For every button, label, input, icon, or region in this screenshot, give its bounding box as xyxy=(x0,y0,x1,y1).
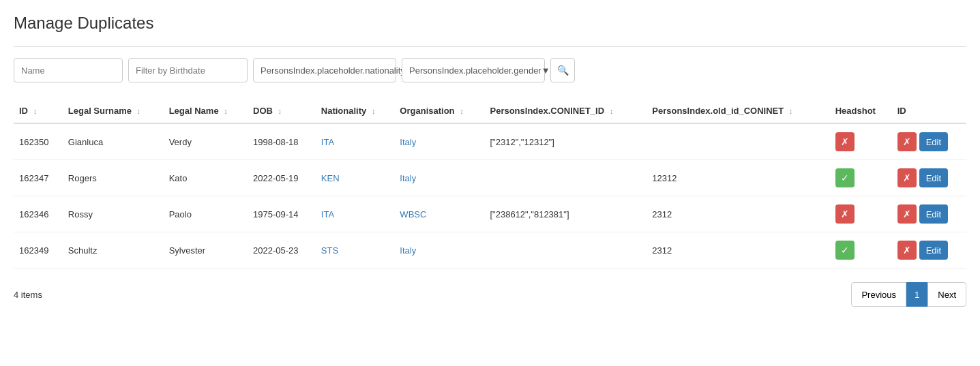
id-x-button[interactable]: ✗ xyxy=(897,168,917,187)
id-x-button[interactable]: ✗ xyxy=(897,204,917,224)
cell-id: 162350 xyxy=(14,123,63,160)
cell-organisation: Italy xyxy=(394,123,484,160)
search-button[interactable]: 🔍 xyxy=(550,58,575,82)
cell-coninet-id: ["238612","812381"] xyxy=(484,196,647,232)
nationality-link[interactable]: ITA xyxy=(321,137,334,147)
cell-dob: 2022-05-23 xyxy=(248,232,316,269)
edit-button[interactable]: Edit xyxy=(919,241,948,260)
next-button[interactable]: Next xyxy=(927,282,966,307)
gender-select[interactable]: PersonsIndex.placeholder.gender ▼ xyxy=(402,58,545,82)
cell-legal-surname: Schultz xyxy=(63,232,164,269)
current-page: 1 xyxy=(906,282,927,307)
sort-icon: ↕ xyxy=(460,107,464,115)
table-row: 162347 Rogers Kato 2022-05-19 KEN Italy … xyxy=(14,160,966,196)
sort-icon: ↕ xyxy=(372,107,376,115)
organisation-link[interactable]: Italy xyxy=(400,137,416,147)
cell-headshot-action: ✗ xyxy=(830,196,892,232)
table-row: 162350 Gianluca Verdy 1998-08-18 ITA Ita… xyxy=(14,123,966,160)
col-nationality: Nationality ↕ xyxy=(316,99,395,123)
cell-old-id-coninet xyxy=(647,123,829,160)
organisation-link[interactable]: Italy xyxy=(400,173,416,183)
previous-button[interactable]: Previous xyxy=(851,282,906,307)
sort-icon: ↕ xyxy=(33,107,38,115)
cell-id-action: ✗ Edit xyxy=(892,196,966,232)
items-count: 4 items xyxy=(14,290,42,300)
cell-organisation: Italy xyxy=(394,232,484,269)
cell-legal-name: Sylvester xyxy=(164,232,248,269)
cell-legal-name: Verdy xyxy=(164,123,248,160)
col-dob: DOB ↕ xyxy=(248,99,316,123)
edit-button[interactable]: Edit xyxy=(919,204,948,224)
organisation-link[interactable]: WBSC xyxy=(400,209,426,219)
table-header-row: ID ↕ Legal Surname ↕ Legal Name ↕ DOB ↕ … xyxy=(14,99,966,123)
pagination: Previous 1 Next xyxy=(851,282,966,307)
nationality-select[interactable]: PersonsIndex.placeholder.nationality ▼ xyxy=(253,58,396,82)
cell-coninet-id xyxy=(484,160,647,196)
cell-coninet-id xyxy=(484,232,647,269)
col-headshot: Headshot xyxy=(830,99,892,123)
col-coninet-id: PersonsIndex.CONINET_ID ↕ xyxy=(484,99,647,123)
cell-id-action: ✗ Edit xyxy=(892,232,966,269)
col-legal-name: Legal Name ↕ xyxy=(164,99,248,123)
cell-id-action: ✗ Edit xyxy=(892,160,966,196)
cell-legal-name: Paolo xyxy=(164,196,248,232)
headshot-check-button[interactable]: ✓ xyxy=(835,168,855,187)
sort-icon: ↕ xyxy=(610,107,614,115)
cell-nationality: STS xyxy=(316,232,395,269)
cell-id: 162347 xyxy=(14,160,63,196)
nationality-link[interactable]: STS xyxy=(321,245,338,256)
sort-icon: ↕ xyxy=(224,107,228,115)
headshot-x-button[interactable]: ✗ xyxy=(835,204,855,224)
table-row: 162349 Schultz Sylvester 2022-05-23 STS … xyxy=(14,232,966,269)
cell-dob: 2022-05-19 xyxy=(248,160,316,196)
headshot-x-button[interactable]: ✗ xyxy=(835,132,855,151)
organisation-link[interactable]: Italy xyxy=(400,245,416,256)
cell-dob: 1975-09-14 xyxy=(248,196,316,232)
cell-headshot-action: ✓ xyxy=(830,160,892,196)
cell-id-action: ✗ Edit xyxy=(892,123,966,160)
duplicates-table: ID ↕ Legal Surname ↕ Legal Name ↕ DOB ↕ … xyxy=(14,99,966,269)
cell-nationality: KEN xyxy=(316,160,395,196)
headshot-check-button[interactable]: ✓ xyxy=(835,241,855,260)
cell-organisation: WBSC xyxy=(394,196,484,232)
gender-placeholder: PersonsIndex.placeholder.gender xyxy=(409,65,541,76)
cell-headshot-action: ✗ xyxy=(830,123,892,160)
sort-icon: ↕ xyxy=(789,107,793,115)
table-row: 162346 Rossy Paolo 1975-09-14 ITA WBSC [… xyxy=(14,196,966,232)
col-id2: ID xyxy=(892,99,966,123)
birthdate-input[interactable] xyxy=(128,58,248,82)
edit-button[interactable]: Edit xyxy=(919,132,948,151)
cell-legal-surname: Gianluca xyxy=(63,123,164,160)
cell-id: 162346 xyxy=(14,196,63,232)
cell-organisation: Italy xyxy=(394,160,484,196)
cell-old-id-coninet: 12312 xyxy=(647,160,829,196)
col-organisation: Organisation ↕ xyxy=(394,99,484,123)
cell-nationality: ITA xyxy=(316,123,395,160)
id-x-button[interactable]: ✗ xyxy=(897,241,917,260)
cell-nationality: ITA xyxy=(316,196,395,232)
cell-id: 162349 xyxy=(14,232,63,269)
cell-legal-surname: Rogers xyxy=(63,160,164,196)
sort-icon: ↕ xyxy=(137,107,141,115)
id-x-button[interactable]: ✗ xyxy=(897,132,917,151)
col-legal-surname: Legal Surname ↕ xyxy=(63,99,164,123)
chevron-down-icon: ▼ xyxy=(541,65,550,76)
cell-old-id-coninet: 2312 xyxy=(647,232,829,269)
nationality-link[interactable]: KEN xyxy=(321,173,340,183)
cell-headshot-action: ✓ xyxy=(830,232,892,269)
cell-legal-name: Kato xyxy=(164,160,248,196)
nationality-placeholder: PersonsIndex.placeholder.nationality xyxy=(261,65,405,76)
nationality-link[interactable]: ITA xyxy=(321,209,334,219)
filter-bar: PersonsIndex.placeholder.nationality ▼ P… xyxy=(14,58,966,82)
cell-coninet-id: ["2312","12312"] xyxy=(484,123,647,160)
search-icon: 🔍 xyxy=(557,65,569,76)
divider xyxy=(14,46,966,47)
col-old-id-coninet: PersonsIndex.old_id_CONINET ↕ xyxy=(647,99,829,123)
page-title: Manage Duplicates xyxy=(14,14,966,33)
sort-icon: ↕ xyxy=(278,107,282,115)
cell-legal-surname: Rossy xyxy=(63,196,164,232)
col-id: ID ↕ xyxy=(14,99,63,123)
cell-old-id-coninet: 2312 xyxy=(647,196,829,232)
name-input[interactable] xyxy=(14,58,123,82)
edit-button[interactable]: Edit xyxy=(919,168,948,187)
